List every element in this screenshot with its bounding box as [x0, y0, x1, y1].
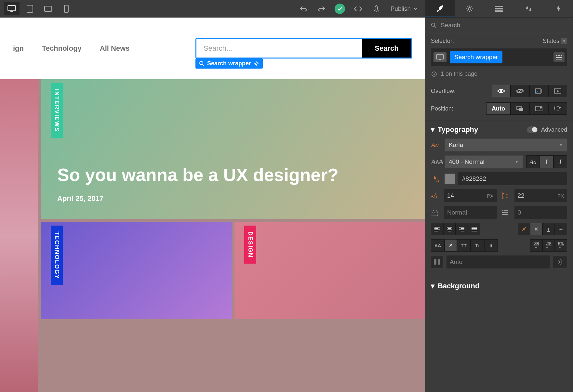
style-tab[interactable] [425, 0, 455, 17]
italic-button[interactable]: Aa [526, 155, 540, 168]
font-family-icon: Aa [431, 141, 441, 149]
selector-more-button[interactable] [553, 52, 565, 62]
background-section-header[interactable]: ▾ Background [425, 277, 573, 295]
chevron-down-icon: ▼ [515, 160, 519, 164]
device-mobile-button[interactable] [59, 2, 74, 15]
redo-button[interactable] [314, 2, 329, 15]
font-size-input[interactable]: 14 PX [444, 189, 497, 202]
design-canvas[interactable]: ign Technology All News Search Search wr… [0, 18, 425, 392]
code-button[interactable] [350, 2, 366, 15]
design-tag: DESIGN [244, 226, 256, 264]
undo-button[interactable] [296, 2, 311, 15]
interactions-tab[interactable] [543, 0, 573, 17]
hero-sidebar-image [0, 79, 38, 392]
publish-button[interactable]: Publish [387, 5, 421, 12]
design-card[interactable]: DESIGN [234, 222, 425, 319]
letter-spacing-input[interactable]: Normal - [444, 206, 497, 219]
device-tablet-button[interactable] [22, 2, 38, 15]
advanced-toggle[interactable] [527, 126, 538, 133]
decoration-overline-button[interactable]: T [555, 223, 567, 235]
overflow-scroll-button[interactable] [529, 85, 548, 97]
font-family-select[interactable]: Karla ▼ [445, 138, 567, 151]
overflow-hidden-button[interactable] [511, 85, 529, 97]
svg-rect-8 [495, 6, 503, 7]
font-weight-select[interactable]: 400 - Normal ▼ [445, 155, 523, 168]
panel-search-placeholder: Search [441, 22, 460, 29]
svg-rect-12 [436, 55, 444, 59]
svg-text:A: A [557, 89, 559, 93]
svg-rect-27 [519, 108, 523, 111]
hero-date: April 25, 2017 [57, 194, 409, 203]
align-right-button[interactable] [456, 223, 468, 235]
chevron-down-icon: ▼ [559, 143, 563, 147]
device-desktop-button[interactable] [4, 2, 20, 15]
selector-label: Selector: [431, 38, 454, 45]
selector-chip[interactable]: Search wrapper [450, 51, 502, 63]
overflow-auto-button[interactable]: A [548, 85, 567, 97]
position-relative-button[interactable] [511, 102, 529, 115]
settings-tab[interactable] [455, 0, 484, 17]
svg-rect-4 [64, 5, 68, 12]
page-count: 1 on this page [441, 71, 477, 77]
rocket-button[interactable] [368, 2, 384, 15]
typography-section-header[interactable]: ▾ Typography Advanced [425, 121, 573, 138]
text-indent-input[interactable]: 0 - [514, 206, 567, 219]
decoration-none-button[interactable]: A [518, 223, 530, 235]
svg-point-29 [540, 107, 542, 109]
position-auto-button[interactable]: Auto [486, 102, 511, 115]
columns-settings-button[interactable] [553, 256, 567, 268]
svg-point-5 [200, 61, 203, 65]
overflow-visible-button[interactable] [492, 85, 511, 97]
chevron-down-icon [413, 7, 417, 10]
bold-italic-button[interactable]: I [553, 155, 567, 168]
decoration-strike-button[interactable]: ✕ [530, 223, 542, 235]
selector-chip-row[interactable]: Search wrapper [431, 48, 567, 66]
align-center-button[interactable] [443, 223, 456, 235]
search-button[interactable]: Search [362, 39, 411, 58]
align-justify-button[interactable] [468, 223, 480, 235]
panel-search[interactable]: Search [425, 18, 573, 33]
svg-rect-10 [495, 10, 503, 12]
transform-upper-button[interactable]: TT [457, 239, 471, 252]
lightning-icon [555, 5, 561, 13]
columns-input[interactable]: Auto [446, 255, 550, 268]
regular-button[interactable]: I [540, 155, 553, 168]
line-height-input[interactable]: 22 PX [514, 189, 567, 202]
align-left-button[interactable] [431, 223, 443, 235]
selection-label[interactable]: Search wrapper [195, 59, 263, 69]
states-dropdown[interactable]: States ▾ [543, 38, 567, 45]
device-tablet-landscape-button[interactable] [40, 2, 56, 15]
nav-item[interactable]: All News [100, 44, 130, 53]
svg-rect-39 [438, 259, 440, 265]
search-wrapper-selected[interactable]: Search [195, 38, 412, 59]
position-absolute-button[interactable] [529, 102, 548, 115]
font-weight-icon: AAA [431, 158, 441, 166]
layout-tab[interactable] [484, 0, 514, 17]
svg-rect-16 [561, 55, 562, 56]
style-panel: Search Selector: States ▾ Search wrapper [425, 0, 573, 392]
search-input[interactable] [196, 39, 362, 58]
color-value-input[interactable]: #828282 [458, 172, 567, 185]
direction-rtl-button[interactable]: RTL← [555, 239, 567, 252]
hero-title: So you wanna be a UX designer? [57, 164, 409, 185]
decoration-underline-button[interactable]: T [542, 223, 555, 235]
position-fixed-button[interactable] [548, 102, 567, 115]
svg-point-21 [500, 90, 502, 92]
status-check-button[interactable] [332, 2, 348, 15]
transform-none-button[interactable]: AA [431, 239, 445, 252]
svg-rect-3 [45, 6, 52, 11]
transform-lower-button[interactable]: tt [484, 239, 498, 252]
tech-card[interactable]: TECHNOLOGY [41, 222, 232, 319]
nav-item[interactable]: Technology [42, 44, 82, 53]
direction-auto-button[interactable]: DIR↔ [530, 239, 542, 252]
gear-icon[interactable] [254, 61, 259, 66]
direction-ltr-button[interactable]: LTR→ [542, 239, 555, 252]
effects-tab[interactable] [514, 0, 543, 17]
brush-icon [436, 5, 444, 12]
transform-x-button[interactable]: ✕ [445, 239, 457, 252]
transform-cap-button[interactable]: Tt [471, 239, 484, 252]
hero-main-card[interactable]: INTERVIEWS So you wanna be a UX designer… [41, 79, 425, 219]
svg-rect-23 [541, 89, 542, 93]
color-swatch[interactable] [445, 174, 455, 184]
nav-item[interactable]: ign [13, 44, 24, 53]
